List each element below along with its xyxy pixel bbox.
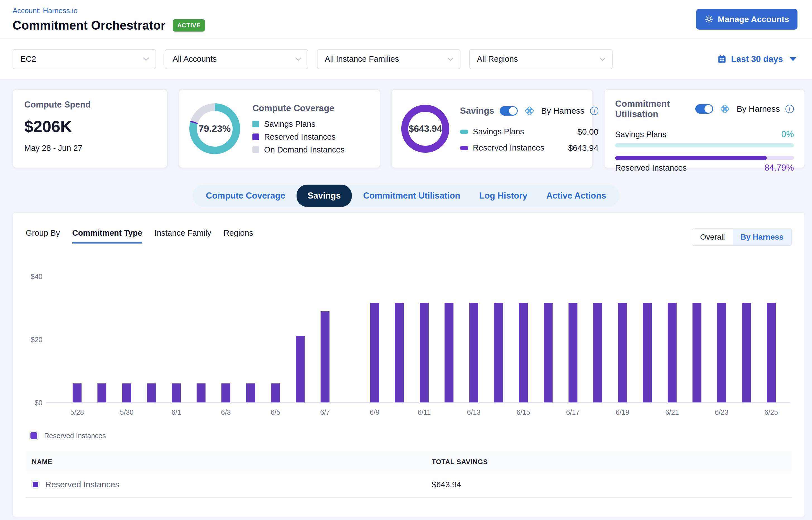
group-by-options: Commitment TypeInstance FamilyRegions [72, 229, 253, 243]
bar-slot [437, 277, 461, 403]
view-toggle: OverallBy Harness [692, 229, 792, 246]
bar-5-30[interactable] [122, 384, 131, 403]
view-toggle-by-harness[interactable]: By Harness [733, 229, 791, 245]
bar-6-23[interactable] [717, 303, 726, 403]
bar-6-10[interactable] [395, 303, 404, 403]
bar-slot [337, 277, 362, 403]
x-tick-label [684, 408, 709, 416]
legend-pill [460, 130, 468, 134]
toggle-knob [705, 105, 712, 113]
bar-6-7[interactable] [320, 311, 330, 403]
bar-6-22[interactable] [692, 303, 701, 403]
bar-6-25[interactable] [767, 303, 776, 403]
accounts-filter-select[interactable]: All Accounts [165, 49, 308, 69]
bar-6-2[interactable] [197, 384, 206, 403]
manage-accounts-button[interactable]: Manage Accounts [696, 9, 797, 30]
utilisation-progress-bar [615, 156, 794, 160]
bar-6-16[interactable] [544, 303, 553, 403]
bar-6-24[interactable] [742, 303, 751, 403]
chevron-down-icon [295, 57, 302, 61]
bar-6-6[interactable] [296, 336, 305, 403]
calendar-icon [717, 54, 727, 64]
instance-families-filter-value: All Instance Families [325, 54, 399, 64]
bar-slot [263, 277, 288, 403]
tab-log-history[interactable]: Log History [470, 191, 537, 201]
group-by-option-regions[interactable]: Regions [224, 229, 253, 242]
service-filter-select[interactable]: EC2 [12, 49, 156, 69]
bar-6-19[interactable] [618, 303, 627, 403]
by-harness-label: By Harness [541, 106, 584, 115]
x-tick-label: 6/21 [659, 408, 684, 416]
bar-6-1[interactable] [172, 384, 181, 403]
tab-savings[interactable]: Savings [296, 185, 352, 207]
bar-6-15[interactable] [519, 303, 528, 403]
bar-slot [610, 277, 635, 403]
tab-commitment-utilisation[interactable]: Commitment Utilisation [353, 191, 470, 201]
x-tick-label: 5/28 [65, 408, 89, 416]
savings-row-reserved-instances: Reserved Instances$643.94 [460, 143, 598, 153]
bar-6-20[interactable] [643, 303, 652, 403]
accounts-filter-value: All Accounts [173, 54, 217, 64]
savings-total: $643.94 [401, 105, 449, 153]
legend-swatch [253, 146, 259, 153]
bar-6-3[interactable] [221, 384, 230, 403]
bar-6-21[interactable] [667, 303, 677, 403]
x-tick-label: 6/19 [610, 408, 635, 416]
tab-compute-coverage[interactable]: Compute Coverage [196, 191, 295, 201]
harness-logo-icon [523, 105, 535, 117]
date-range-picker[interactable]: Last 30 days [717, 54, 796, 64]
bar-6-9[interactable] [370, 303, 379, 403]
info-icon[interactable]: i [785, 105, 794, 113]
utilisation-row-savings-plans: Savings Plans0% [615, 129, 794, 150]
bar-slot [362, 277, 387, 403]
bar-6-5[interactable] [271, 384, 280, 403]
savings-title: Savings [460, 106, 494, 116]
bar-5-31[interactable] [147, 384, 156, 403]
bar-5-28[interactable] [73, 384, 81, 403]
compute-coverage-title: Compute Coverage [253, 103, 345, 113]
bar-slot [164, 277, 189, 403]
bar-5-29[interactable] [98, 384, 106, 403]
account-link[interactable]: Account: Harness.io [12, 6, 205, 15]
bars [49, 277, 792, 403]
page-title: Commitment Orchestrator [12, 19, 165, 32]
bar-slot [511, 277, 536, 403]
by-harness-toggle[interactable] [500, 106, 518, 115]
utilisation-progress-bar [615, 143, 794, 148]
savings-row-value: $643.94 [568, 143, 598, 153]
group-by-option-commitment-type[interactable]: Commitment Type [72, 229, 142, 243]
savings-panel: Group By Commitment TypeInstance FamilyR… [12, 212, 805, 517]
savings-donut: $643.94 [401, 105, 449, 153]
bar-6-17[interactable] [569, 303, 577, 403]
by-harness-toggle[interactable] [695, 104, 713, 114]
bar-6-12[interactable] [445, 303, 453, 403]
instance-families-filter-select[interactable]: All Instance Families [317, 49, 461, 69]
info-icon[interactable]: i [590, 107, 598, 115]
bar-slot [114, 277, 139, 403]
bar-slot [387, 277, 412, 403]
bar-slot [734, 277, 759, 403]
service-filter-value: EC2 [20, 54, 36, 64]
bar-6-13[interactable] [469, 303, 478, 403]
view-toggle-overall[interactable]: Overall [692, 229, 733, 245]
legend-chip [30, 432, 38, 440]
x-tick-label: 6/17 [560, 408, 585, 416]
bar-6-18[interactable] [593, 303, 602, 403]
table-header-name: NAME [26, 458, 432, 466]
bar-slot [139, 277, 164, 403]
table-row[interactable]: Reserved Instances$643.94 [26, 472, 792, 498]
chevron-down-icon [143, 57, 149, 61]
bar-6-4[interactable] [246, 384, 255, 403]
bar-6-14[interactable] [494, 303, 503, 403]
table-header: NAME TOTAL SAVINGS [26, 452, 792, 472]
bar-slot [89, 277, 114, 403]
bar-6-11[interactable] [420, 303, 428, 403]
group-by-option-instance-family[interactable]: Instance Family [154, 229, 211, 242]
chevron-down-icon [599, 57, 606, 61]
coverage-legend-item-savings-plans: Savings Plans [253, 120, 345, 129]
bar-slot [461, 277, 486, 403]
tab-active-actions[interactable]: Active Actions [537, 191, 616, 201]
regions-filter-select[interactable]: All Regions [469, 49, 613, 69]
commitment-utilisation-card: Commitment Utilisation By Harness i Savi… [604, 89, 805, 168]
bar-slot [65, 277, 89, 403]
